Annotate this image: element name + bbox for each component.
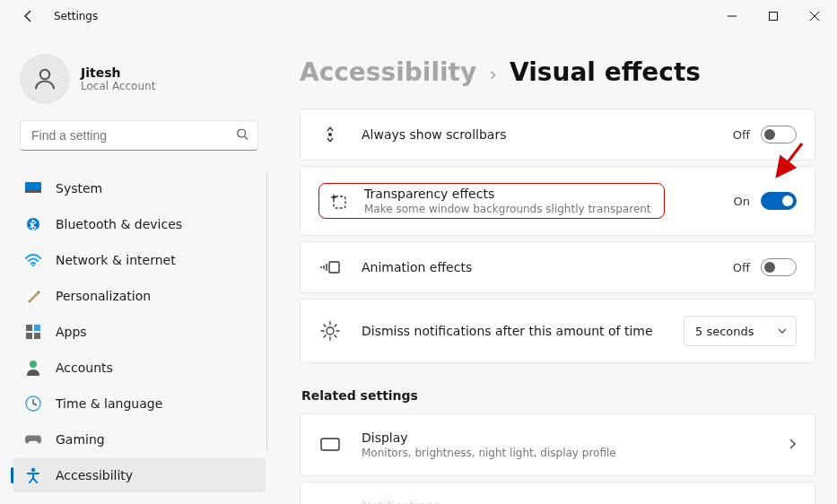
- user-block[interactable]: Jitesh Local Account: [7, 41, 271, 120]
- app-title: Settings: [54, 10, 98, 22]
- related-subtitle: Monitors, brightness, night light, displ…: [362, 447, 777, 459]
- sidebar-item-label: Apps: [56, 325, 87, 339]
- search-icon: [236, 128, 248, 143]
- minimize-button[interactable]: [711, 2, 753, 30]
- setting-row-dismiss: Dismiss notifications after this amount …: [300, 299, 815, 363]
- svg-rect-12: [34, 325, 40, 331]
- toggle-animation[interactable]: [761, 258, 797, 276]
- minimize-icon: [728, 12, 737, 21]
- monitor-icon: [25, 180, 41, 196]
- svg-point-17: [31, 468, 35, 472]
- svg-line-32: [335, 325, 336, 326]
- setting-subtitle: Make some window backgrounds slightly tr…: [364, 203, 651, 215]
- titlebar: Settings: [0, 0, 837, 32]
- user-subtitle: Local Account: [81, 80, 155, 92]
- sidebar-item-label: System: [56, 181, 102, 196]
- sidebar-item-time-language[interactable]: Time & language: [13, 387, 266, 421]
- paintbrush-icon: [25, 288, 41, 304]
- close-icon: [810, 12, 819, 21]
- setting-title: Always show scrollbars: [362, 127, 733, 142]
- display-icon: [318, 438, 342, 452]
- svg-rect-8: [25, 190, 41, 193]
- sidebar-item-accounts[interactable]: Accounts: [13, 351, 266, 385]
- svg-rect-14: [34, 333, 40, 339]
- animation-icon: [318, 260, 342, 274]
- sidebar-item-label: Network & internet: [56, 253, 176, 267]
- sidebar-item-bluetooth[interactable]: Bluetooth & devices: [13, 207, 266, 241]
- nav-divider: [266, 172, 267, 450]
- user-name: Jitesh: [81, 65, 155, 80]
- sidebar-item-gaming[interactable]: Gaming: [13, 422, 266, 456]
- chevron-right-icon: [788, 438, 797, 453]
- chevron-down-icon: [778, 326, 787, 335]
- svg-rect-13: [26, 333, 32, 339]
- back-button[interactable]: [22, 9, 36, 23]
- toggle-transparency[interactable]: [761, 192, 797, 210]
- maximize-button[interactable]: [753, 2, 794, 30]
- apps-icon: [25, 324, 41, 340]
- breadcrumb: Accessibility › Visual effects: [300, 57, 815, 87]
- svg-point-4: [40, 70, 50, 80]
- svg-point-15: [30, 361, 37, 368]
- sidebar-item-label: Bluetooth & devices: [56, 217, 182, 231]
- sidebar-item-personalization[interactable]: Personalization: [13, 279, 266, 313]
- sidebar-item-system[interactable]: System: [13, 171, 266, 205]
- breadcrumb-parent[interactable]: Accessibility: [300, 57, 476, 87]
- sidebar-item-accessibility[interactable]: Accessibility: [13, 458, 266, 492]
- person-icon: [31, 65, 58, 92]
- accessibility-icon: [25, 467, 41, 483]
- setting-title: Animation effects: [362, 260, 733, 274]
- maximize-icon: [769, 12, 778, 21]
- svg-point-10: [32, 265, 34, 266]
- related-link-display[interactable]: Display Monitors, brightness, night ligh…: [300, 413, 815, 476]
- setting-row-transparency: Transparency effects Make some window ba…: [300, 166, 815, 236]
- toggle-state-text: On: [734, 195, 750, 208]
- toggle-state-text: Off: [733, 261, 750, 274]
- sidebar-item-network[interactable]: Network & internet: [13, 243, 266, 277]
- related-title: Notifications: [362, 499, 797, 504]
- sidebar-item-label: Accessibility: [56, 468, 133, 482]
- wifi-icon: [25, 252, 41, 268]
- account-icon: [25, 360, 41, 376]
- annotation-highlight: Transparency effects Make some window ba…: [318, 183, 665, 219]
- sidebar-item-label: Gaming: [56, 432, 105, 447]
- chevron-right-icon: ›: [489, 63, 497, 85]
- svg-rect-20: [334, 196, 345, 208]
- brightness-icon: [318, 321, 342, 341]
- nav: System Bluetooth & devices Network & int…: [7, 170, 271, 493]
- body: Jitesh Local Account System: [0, 32, 837, 504]
- sidebar-item-label: Accounts: [56, 361, 113, 375]
- clock-globe-icon: [25, 395, 41, 412]
- sidebar-item-apps[interactable]: Apps: [13, 315, 266, 349]
- svg-rect-21: [329, 262, 339, 273]
- svg-rect-1: [770, 13, 778, 21]
- gamepad-icon: [25, 431, 41, 448]
- sidebar-item-label: Time & language: [56, 396, 162, 411]
- window-controls: [711, 2, 835, 30]
- avatar: [20, 54, 70, 104]
- search-field[interactable]: [20, 120, 258, 151]
- svg-rect-11: [26, 325, 32, 331]
- sidebar-item-label: Personalization: [56, 289, 151, 303]
- svg-line-33: [324, 335, 326, 337]
- related-title: Display: [362, 430, 777, 445]
- svg-line-31: [335, 335, 336, 337]
- svg-rect-34: [321, 439, 339, 450]
- svg-line-30: [324, 325, 326, 326]
- svg-point-25: [327, 327, 334, 335]
- sparkle-icon: [327, 192, 350, 210]
- setting-row-animation: Animation effects Off: [300, 241, 815, 293]
- related-settings-heading: Related settings: [301, 388, 815, 403]
- close-button[interactable]: [794, 2, 835, 30]
- toggle-scrollbars[interactable]: [761, 126, 797, 143]
- search-input[interactable]: [21, 121, 257, 150]
- setting-row-scrollbars: Always show scrollbars Off: [300, 109, 815, 161]
- settings-window: Settings Jitesh: [0, 0, 837, 504]
- setting-title: Dismiss notifications after this amount …: [362, 324, 684, 338]
- main-content: Accessibility › Visual effects Always sh…: [278, 32, 837, 504]
- user-text: Jitesh Local Account: [81, 65, 155, 92]
- dismiss-time-dropdown[interactable]: 5 seconds: [684, 316, 797, 346]
- setting-title: Transparency effects: [364, 187, 651, 201]
- page-title: Visual effects: [510, 57, 701, 87]
- related-link-notifications[interactable]: Notifications: [300, 482, 815, 504]
